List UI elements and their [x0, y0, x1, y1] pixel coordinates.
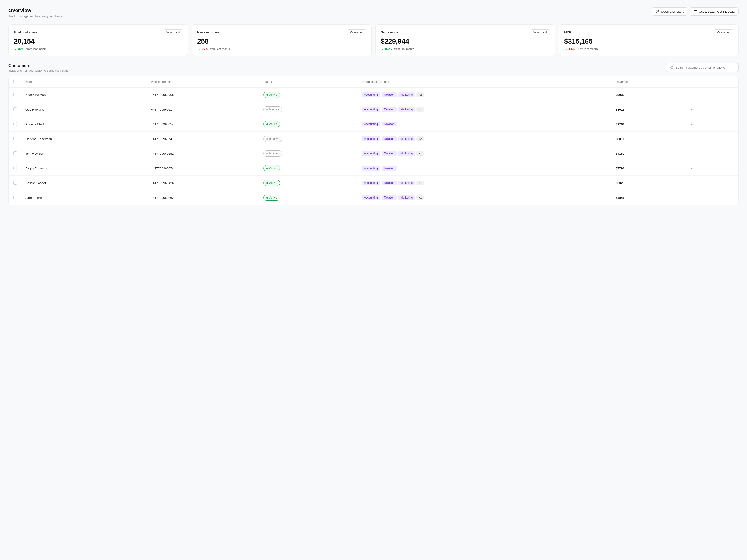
- product-tag: Taxation: [382, 151, 397, 156]
- row-mobile: +447700960965: [147, 87, 259, 102]
- page-header: Overview Track, manage and forecast your…: [8, 7, 739, 18]
- view-report-button-2[interactable]: View report: [531, 29, 550, 35]
- sort-icon: ↓: [274, 80, 275, 83]
- row-name: Jenny Wilson: [21, 146, 147, 161]
- more-actions-button[interactable]: ···: [690, 195, 696, 201]
- product-tag: Taxation: [382, 107, 397, 112]
- page-title: Overview: [8, 7, 62, 14]
- view-report-button-0[interactable]: View report: [164, 29, 183, 35]
- row-revenue: $9261: [612, 117, 686, 132]
- table-row: Bessie Cooper +447700960426 Active Accou…: [9, 176, 738, 190]
- status-badge: Active: [263, 92, 280, 98]
- view-report-button-3[interactable]: View report: [714, 29, 733, 35]
- row-status: Active: [259, 161, 357, 176]
- col-status[interactable]: Status ↓: [259, 76, 357, 87]
- date-range-button[interactable]: Oct 1, 2022 - Oct 31, 2022: [690, 7, 739, 16]
- row-checkbox-cell: [9, 117, 21, 132]
- row-checkbox[interactable]: [13, 152, 17, 155]
- more-actions-button[interactable]: ···: [690, 180, 696, 186]
- more-actions-button[interactable]: ···: [690, 107, 696, 112]
- change-text-3: from last month: [578, 47, 598, 51]
- product-tag: Accounting: [362, 107, 380, 112]
- change-badge-2: 9.5%: [381, 47, 393, 51]
- more-actions-button[interactable]: ···: [690, 165, 696, 171]
- stat-card-0: Total customers View report 20,154 32% f…: [8, 25, 188, 56]
- plus-badge: +1: [416, 107, 424, 112]
- table-row: Guy Hawkins +447700960617 Inactive Accou…: [9, 102, 738, 117]
- customers-table: Name Mobile number Status ↓ Products sub…: [9, 76, 738, 205]
- calendar-icon: [694, 10, 697, 13]
- product-tags: AccountingTaxationMarketing+1: [362, 151, 607, 156]
- status-dot: [266, 182, 268, 184]
- product-tag: Marketing: [398, 195, 415, 200]
- download-report-button[interactable]: Download report: [652, 7, 687, 16]
- row-status: Active: [259, 87, 357, 102]
- stat-card-3: MRR View report $315,165 1.6% from last …: [559, 25, 739, 56]
- customers-title: Customers: [8, 63, 69, 68]
- row-checkbox[interactable]: [13, 122, 17, 126]
- more-actions-button[interactable]: ···: [690, 151, 696, 157]
- status-dot: [266, 109, 268, 110]
- row-mobile: +447700960054: [147, 161, 259, 176]
- col-mobile: Mobile number: [147, 76, 259, 87]
- row-status: Inactive: [259, 102, 357, 117]
- col-revenue: Revenue: [612, 76, 686, 87]
- stat-value-1: 258: [197, 37, 366, 45]
- row-products: AccountingTaxation: [357, 161, 611, 176]
- row-mobile: +447700960262: [147, 190, 259, 205]
- product-tags: AccountingTaxation: [362, 166, 607, 170]
- svg-rect-2: [694, 10, 697, 13]
- row-name: Kristin Watson: [21, 87, 147, 102]
- row-products: AccountingTaxationMarketing+1: [357, 146, 611, 161]
- row-checkbox[interactable]: [13, 195, 17, 199]
- row-checkbox[interactable]: [13, 92, 17, 96]
- product-tag: Marketing: [398, 136, 415, 141]
- row-actions-cell: ···: [686, 176, 738, 190]
- more-actions-button[interactable]: ···: [690, 136, 696, 142]
- stat-card-header-0: Total customers View report: [14, 29, 183, 35]
- status-badge: Active: [263, 165, 280, 171]
- row-checkbox[interactable]: [13, 166, 17, 170]
- table-row: Darlene Robertson +447700960747 Inactive…: [9, 132, 738, 146]
- table-body: Kristin Watson +447700960965 Active Acco…: [9, 87, 738, 205]
- table-row: Kristin Watson +447700960965 Active Acco…: [9, 87, 738, 102]
- row-mobile: +447700960747: [147, 132, 259, 146]
- row-checkbox[interactable]: [13, 107, 17, 111]
- row-checkbox-cell: [9, 176, 21, 190]
- row-checkbox[interactable]: [13, 137, 17, 140]
- svg-line-7: [672, 68, 673, 69]
- view-report-button-1[interactable]: View report: [347, 29, 366, 35]
- table-row: Albert Flores +447700960262 Active Accou…: [9, 190, 738, 205]
- more-actions-button[interactable]: ···: [690, 121, 696, 127]
- product-tag: Marketing: [398, 92, 415, 97]
- product-tag: Marketing: [398, 151, 415, 156]
- product-tag: Taxation: [382, 181, 397, 185]
- select-all-checkbox[interactable]: [13, 80, 17, 83]
- product-tag: Taxation: [382, 195, 397, 200]
- row-products: AccountingTaxation: [357, 117, 611, 132]
- stat-value-2: $229,944: [381, 37, 550, 45]
- col-actions: [686, 76, 738, 87]
- row-mobile: +447700960182: [147, 146, 259, 161]
- stat-card-header-3: MRR View report: [564, 29, 733, 35]
- status-badge: Inactive: [263, 136, 282, 142]
- product-tags: AccountingTaxationMarketing+2: [362, 92, 607, 97]
- row-checkbox-cell: [9, 102, 21, 117]
- row-checkbox[interactable]: [13, 181, 17, 185]
- row-mobile: +447700960617: [147, 102, 259, 117]
- download-icon: [656, 10, 660, 13]
- search-box[interactable]: [666, 63, 739, 72]
- row-products: AccountingTaxationMarketing+2: [357, 132, 611, 146]
- change-badge-0: 32%: [14, 47, 25, 51]
- header-left: Overview Track, manage and forecast your…: [8, 7, 62, 18]
- change-text-0: from last month: [26, 47, 47, 51]
- col-products: Products subscribed: [357, 76, 611, 87]
- row-name: Ralph Edwards: [21, 161, 147, 176]
- row-name: Annette Black: [21, 117, 147, 132]
- stat-card-1: New customers View report 258 26% from l…: [192, 25, 371, 56]
- product-tag: Taxation: [382, 122, 397, 127]
- search-input[interactable]: [675, 66, 735, 69]
- row-actions-cell: ···: [686, 161, 738, 176]
- customers-section-header: Customers Track and manage customers and…: [8, 63, 739, 72]
- more-actions-button[interactable]: ···: [690, 92, 696, 98]
